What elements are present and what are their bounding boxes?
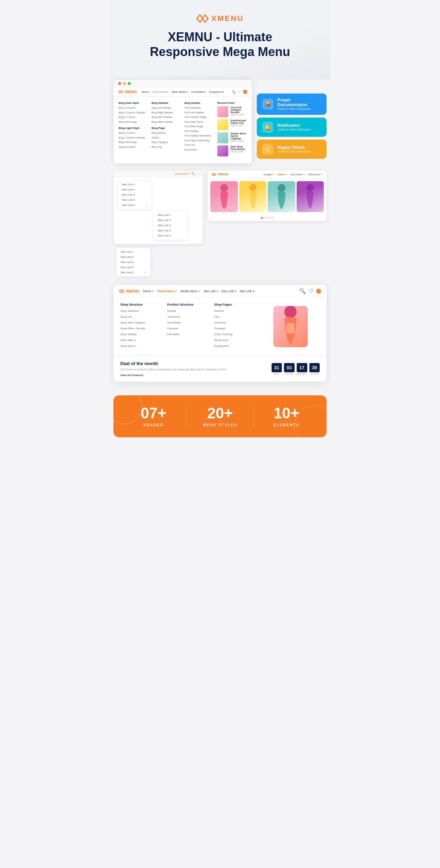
mega-menu: Blog Dark Style Blog 2 Column Blog 2 Col… — [113, 96, 252, 164]
stat-menu-styles: 20+ MENU STYLES — [187, 406, 253, 427]
slider-image-4 — [297, 181, 324, 212]
info-card-clients: ⭐ Happy Clients XMEGA Menu Elements — [257, 140, 327, 159]
browser-nav-logo: XMENU — [118, 90, 137, 94]
dropdown-slider-section: Dropdown ▾ 🔍 ♡ Nav Link 1 Nav Link 3 Nav… — [110, 171, 330, 285]
countdown-days: 31 DAYS — [272, 363, 282, 375]
shop-nav: XMENU Demo + Fixed Menu + Media Menu + N… — [113, 285, 327, 297]
slider-browser: XMENU Images + Slider + Accordion + Offc… — [208, 171, 327, 221]
info-card-notification: 🔔 Notification XMEGA Menu Elements — [257, 118, 327, 137]
hero-logo: XMENU — [117, 14, 323, 23]
svg-point-2 — [278, 184, 286, 192]
browser-nav: XMENU Active Auto Width ▾ Wide Width ▾ F… — [113, 88, 252, 96]
slider-dot-4 — [271, 217, 273, 219]
dropdown-mini-section: Dropdown ▾ 🔍 ♡ Nav Link 1 Nav Link 3 Nav… — [113, 171, 203, 278]
info-card-documentation: 📦 Proper Documentation XMEGA Menu Elemen… — [257, 94, 327, 115]
slider-dots — [208, 215, 327, 221]
shop-product-image — [273, 306, 308, 347]
first-section: XMENU Active Auto Width ▾ Wide Width ▾ F… — [110, 80, 330, 171]
countdown-minutes: 17 MINUTESS — [297, 363, 307, 375]
documentation-icon: 📦 — [262, 99, 273, 110]
hero-logo-text: XMENU — [211, 14, 244, 23]
slider-dot-2 — [264, 217, 266, 219]
hero-title: XEMNU - Ultimate Responsive Mega Menu — [117, 30, 323, 59]
shop-nav-logo: XMENU — [119, 289, 140, 293]
slider-image-2 — [239, 181, 266, 212]
recent-post-4: Satin Wrap Party Blouse July 23, 2024 — [217, 145, 247, 156]
dropdown-browser: Dropdown ▾ 🔍 ♡ Nav Link 1 Nav Link 3 Nav… — [113, 171, 203, 244]
shop-section: XMENU Demo + Fixed Menu + Media Menu + N… — [110, 285, 330, 392]
slider-logo: XMENU — [212, 173, 229, 176]
shop-mega-menu: Shop Structure Shop Standard Shop List S… — [113, 297, 327, 356]
svg-rect-5 — [286, 323, 295, 333]
recent-post-2: Sophisticated Sequin Suit July 23, 2024 — [217, 119, 247, 130]
slider-dot-1 — [261, 217, 263, 219]
svg-point-1 — [249, 184, 256, 191]
notification-icon: 🔔 — [262, 122, 273, 133]
deal-section: Deal of the month Yes! Send me exclusive… — [113, 356, 327, 381]
stat-header: 07+ HEADER — [120, 406, 187, 427]
svg-point-3 — [307, 184, 314, 191]
recent-post-1: Cozy Knit Cardigon Sweater July 23, 2024 — [217, 106, 247, 117]
slider-image-1 — [210, 181, 238, 212]
countdown-timer: 31 DAYS 03 HOURS 17 MINUTESS 39 SECOND — [272, 363, 320, 375]
shop-nav-icons: 🔍 ♡ 0 — [299, 288, 321, 294]
stats-section: 07+ HEADER 20+ MENU STYLES 10+ ELEMENTS — [113, 395, 327, 437]
flyout-menu: Nav Link 1 Nav Link 3 Nav Link 4 Nav Lin… — [116, 248, 151, 277]
slider-nav: XMENU Images + Slider + Accordion + Offc… — [208, 171, 327, 178]
sub-dropdown-menu: Nav Link 1 Nav Link 2 Nav Link 3 Nav Lin… — [153, 211, 188, 240]
mini-nav-bar: Dropdown ▾ 🔍 ♡ — [113, 171, 203, 177]
slider-images — [208, 178, 327, 215]
hero-section: XMENU XEMNU - Ultimate Responsive Mega M… — [110, 0, 330, 80]
svg-point-0 — [220, 184, 228, 192]
shop-browser: XMENU Demo + Fixed Menu + Media Menu + N… — [113, 285, 327, 381]
slider-dot-3 — [268, 217, 270, 219]
slider-image-3 — [268, 181, 295, 212]
main-browser: XMENU Active Auto Width ▾ Wide Width ▾ F… — [113, 80, 252, 164]
star-icon: ⭐ — [262, 144, 273, 155]
slider-browser-section: XMENU Images + Slider + Accordion + Offc… — [208, 171, 327, 278]
stat-elements: 10+ ELEMENTS — [253, 406, 320, 427]
countdown-seconds: 39 SECOND — [309, 363, 320, 375]
countdown-hours: 03 HOURS — [284, 363, 294, 375]
info-cards-column: 📦 Proper Documentation XMEGA Menu Elemen… — [257, 94, 327, 159]
recent-post-3: Athletic Mesh Sports Leggings July 23, 2… — [217, 132, 247, 143]
deal-text: Deal of the month Yes! Send me exclusive… — [120, 361, 265, 376]
outer-dropdown-menu: Nav Link 1 Nav Link 3 Nav Link 4 Nav Lin… — [118, 180, 152, 209]
browser-bar — [113, 80, 252, 88]
svg-point-4 — [284, 306, 297, 318]
stats-grid: 07+ HEADER 20+ MENU STYLES 10+ ELEMENTS — [120, 406, 320, 427]
